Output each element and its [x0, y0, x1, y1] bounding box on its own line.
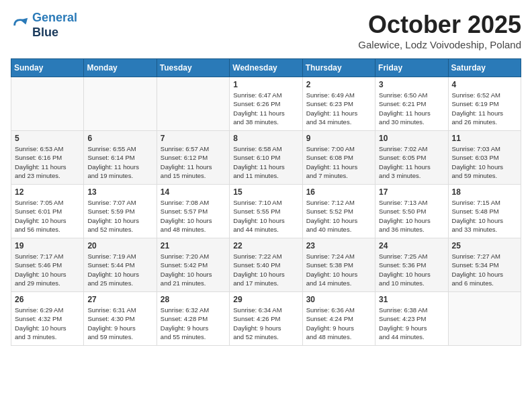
day-info: Sunrise: 6:47 AM Sunset: 6:26 PM Dayligh… [233, 91, 298, 126]
day-number: 22 [233, 241, 298, 250]
calendar-cell: 1Sunrise: 6:47 AM Sunset: 6:26 PM Daylig… [230, 77, 302, 131]
day-info: Sunrise: 7:15 AM Sunset: 5:48 PM Dayligh… [452, 198, 517, 234]
calendar-cell: 3Sunrise: 6:50 AM Sunset: 6:21 PM Daylig… [375, 77, 448, 131]
day-info: Sunrise: 7:22 AM Sunset: 5:40 PM Dayligh… [233, 252, 298, 287]
weekday-header: Wednesday [230, 59, 302, 77]
calendar-cell: 12Sunrise: 7:05 AM Sunset: 6:01 PM Dayli… [11, 185, 84, 238]
day-number: 4 [452, 80, 517, 89]
day-number: 9 [306, 134, 371, 143]
day-info: Sunrise: 6:52 AM Sunset: 6:19 PM Dayligh… [452, 91, 517, 126]
day-number: 29 [233, 295, 298, 304]
day-number: 26 [15, 295, 80, 304]
logo: GeneralBlue [11, 11, 77, 40]
day-number: 23 [306, 241, 371, 250]
day-info: Sunrise: 7:03 AM Sunset: 6:03 PM Dayligh… [452, 144, 517, 180]
calendar-cell: 5Sunrise: 6:53 AM Sunset: 6:16 PM Daylig… [11, 131, 84, 185]
calendar-cell: 27Sunrise: 6:31 AM Sunset: 4:30 PM Dayli… [84, 292, 157, 346]
day-number: 12 [15, 187, 80, 197]
day-number: 1 [233, 80, 298, 89]
day-number: 6 [87, 134, 152, 143]
calendar-cell: 8Sunrise: 6:58 AM Sunset: 6:10 PM Daylig… [230, 131, 302, 185]
day-info: Sunrise: 6:57 AM Sunset: 6:12 PM Dayligh… [161, 144, 226, 180]
day-number: 15 [233, 187, 298, 197]
calendar-cell: 15Sunrise: 7:10 AM Sunset: 5:55 PM Dayli… [230, 185, 302, 238]
day-info: Sunrise: 7:20 AM Sunset: 5:42 PM Dayligh… [161, 252, 226, 287]
calendar-cell: 14Sunrise: 7:08 AM Sunset: 5:57 PM Dayli… [157, 185, 229, 238]
day-info: Sunrise: 6:50 AM Sunset: 6:21 PM Dayligh… [379, 91, 444, 126]
calendar-cell: 30Sunrise: 6:36 AM Sunset: 4:24 PM Dayli… [302, 292, 375, 346]
calendar-cell: 7Sunrise: 6:57 AM Sunset: 6:12 PM Daylig… [157, 131, 229, 185]
weekday-header: Tuesday [157, 59, 229, 77]
day-number: 18 [452, 187, 517, 197]
day-number: 19 [15, 241, 80, 250]
weekday-header: Sunday [11, 59, 84, 77]
day-info: Sunrise: 7:17 AM Sunset: 5:46 PM Dayligh… [15, 252, 80, 287]
weekday-header: Saturday [448, 59, 521, 77]
calendar-header-row: SundayMondayTuesdayWednesdayThursdayFrid… [11, 59, 521, 77]
day-number: 8 [233, 134, 298, 143]
calendar-week-row: 12Sunrise: 7:05 AM Sunset: 6:01 PM Dayli… [11, 185, 521, 238]
calendar-cell: 21Sunrise: 7:20 AM Sunset: 5:42 PM Dayli… [157, 238, 229, 292]
calendar-week-row: 26Sunrise: 6:29 AM Sunset: 4:32 PM Dayli… [11, 292, 521, 346]
calendar-cell [11, 77, 84, 131]
weekday-header: Monday [84, 59, 157, 77]
day-number: 11 [452, 134, 517, 143]
calendar-cell: 4Sunrise: 6:52 AM Sunset: 6:19 PM Daylig… [448, 77, 521, 131]
day-info: Sunrise: 7:24 AM Sunset: 5:38 PM Dayligh… [306, 252, 371, 287]
calendar-cell: 6Sunrise: 6:55 AM Sunset: 6:14 PM Daylig… [84, 131, 157, 185]
calendar-cell: 31Sunrise: 6:38 AM Sunset: 4:23 PM Dayli… [375, 292, 448, 346]
day-info: Sunrise: 6:55 AM Sunset: 6:14 PM Dayligh… [87, 144, 152, 180]
logo-text: GeneralBlue [32, 11, 77, 40]
calendar-cell: 10Sunrise: 7:02 AM Sunset: 6:05 PM Dayli… [375, 131, 448, 185]
day-info: Sunrise: 7:25 AM Sunset: 5:36 PM Dayligh… [379, 252, 444, 287]
calendar-week-row: 19Sunrise: 7:17 AM Sunset: 5:46 PM Dayli… [11, 238, 521, 292]
day-info: Sunrise: 7:27 AM Sunset: 5:34 PM Dayligh… [452, 252, 517, 287]
day-info: Sunrise: 7:12 AM Sunset: 5:52 PM Dayligh… [306, 198, 371, 234]
calendar-cell [448, 292, 521, 346]
calendar-cell: 2Sunrise: 6:49 AM Sunset: 6:23 PM Daylig… [302, 77, 375, 131]
day-number: 7 [161, 134, 226, 143]
day-number: 14 [161, 187, 226, 197]
calendar-cell: 16Sunrise: 7:12 AM Sunset: 5:52 PM Dayli… [302, 185, 375, 238]
calendar-cell [157, 77, 229, 131]
calendar-cell: 29Sunrise: 6:34 AM Sunset: 4:26 PM Dayli… [230, 292, 302, 346]
calendar-cell: 18Sunrise: 7:15 AM Sunset: 5:48 PM Dayli… [448, 185, 521, 238]
day-number: 21 [161, 241, 226, 250]
title-block: October 2025 Galewice, Lodz Voivodeship,… [358, 11, 521, 50]
calendar-week-row: 1Sunrise: 6:47 AM Sunset: 6:26 PM Daylig… [11, 77, 521, 131]
day-info: Sunrise: 7:13 AM Sunset: 5:50 PM Dayligh… [379, 198, 444, 234]
day-number: 27 [87, 295, 152, 304]
weekday-header: Friday [375, 59, 448, 77]
calendar-week-row: 5Sunrise: 6:53 AM Sunset: 6:16 PM Daylig… [11, 131, 521, 185]
page-header: GeneralBlue October 2025 Galewice, Lodz … [11, 11, 521, 50]
calendar-cell: 17Sunrise: 7:13 AM Sunset: 5:50 PM Dayli… [375, 185, 448, 238]
calendar-cell: 28Sunrise: 6:32 AM Sunset: 4:28 PM Dayli… [157, 292, 229, 346]
day-number: 25 [452, 241, 517, 250]
day-info: Sunrise: 6:29 AM Sunset: 4:32 PM Dayligh… [15, 306, 80, 341]
calendar-cell: 25Sunrise: 7:27 AM Sunset: 5:34 PM Dayli… [448, 238, 521, 292]
calendar-table: SundayMondayTuesdayWednesdayThursdayFrid… [11, 58, 521, 346]
day-number: 2 [306, 80, 371, 89]
day-number: 5 [15, 134, 80, 143]
calendar-cell: 26Sunrise: 6:29 AM Sunset: 4:32 PM Dayli… [11, 292, 84, 346]
day-info: Sunrise: 6:49 AM Sunset: 6:23 PM Dayligh… [306, 91, 371, 126]
day-number: 17 [379, 187, 444, 197]
day-info: Sunrise: 7:00 AM Sunset: 6:08 PM Dayligh… [306, 144, 371, 180]
day-number: 30 [306, 295, 371, 304]
day-info: Sunrise: 7:02 AM Sunset: 6:05 PM Dayligh… [379, 144, 444, 180]
day-info: Sunrise: 6:53 AM Sunset: 6:16 PM Dayligh… [15, 144, 80, 180]
location: Galewice, Lodz Voivodeship, Poland [358, 39, 521, 50]
day-number: 3 [379, 80, 444, 89]
day-number: 16 [306, 187, 371, 197]
day-number: 24 [379, 241, 444, 250]
day-number: 13 [87, 187, 152, 197]
day-info: Sunrise: 6:31 AM Sunset: 4:30 PM Dayligh… [87, 306, 152, 341]
day-info: Sunrise: 6:32 AM Sunset: 4:28 PM Dayligh… [161, 306, 226, 341]
month-title: October 2025 [358, 11, 521, 39]
calendar-cell [84, 77, 157, 131]
calendar-cell: 13Sunrise: 7:07 AM Sunset: 5:59 PM Dayli… [84, 185, 157, 238]
day-info: Sunrise: 6:36 AM Sunset: 4:24 PM Dayligh… [306, 306, 371, 341]
day-number: 10 [379, 134, 444, 143]
day-number: 28 [161, 295, 226, 304]
calendar-cell: 11Sunrise: 7:03 AM Sunset: 6:03 PM Dayli… [448, 131, 521, 185]
